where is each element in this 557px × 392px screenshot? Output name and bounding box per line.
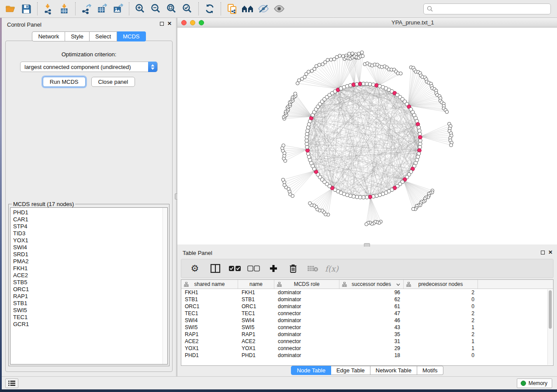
add-column-icon[interactable]: [267, 261, 280, 275]
import-network-icon[interactable]: [41, 1, 56, 16]
mcds-result-node[interactable]: RAP1: [13, 293, 167, 300]
table-row[interactable]: YOX1YOX1connector291: [181, 345, 553, 352]
table-row[interactable]: STB1STB1dominator620: [181, 296, 553, 303]
fx-label: f(x): [325, 264, 339, 273]
column-header-shared-name[interactable]: shared name: [181, 280, 238, 289]
table-scrollbar-thumb[interactable]: [549, 290, 552, 329]
split-columns-icon[interactable]: [209, 261, 222, 275]
save-session-icon[interactable]: [18, 1, 34, 16]
table-row[interactable]: ORC1ORC1dominator610: [181, 303, 553, 310]
minimize-window-icon[interactable]: [190, 20, 195, 25]
task-history-button[interactable]: [5, 378, 18, 388]
memory-button[interactable]: Memory: [517, 378, 552, 388]
mcds-result-node[interactable]: SRD1: [13, 251, 167, 258]
import-table-icon[interactable]: [56, 1, 72, 16]
hide-selected-icon[interactable]: [256, 1, 271, 16]
mcds-result-node[interactable]: YOX1: [13, 237, 167, 244]
clone-network-icon[interactable]: [224, 1, 240, 16]
mcds-result-list[interactable]: PHD1CAR1STP4TID3YOX1SWI4SRD1PMA2FKH1ACE2…: [10, 207, 168, 364]
mcds-result-node[interactable]: ACE2: [13, 272, 167, 279]
zoom-in-icon[interactable]: [132, 1, 148, 16]
tab-style[interactable]: Style: [65, 31, 90, 41]
tab-network-table[interactable]: Network Table: [370, 366, 417, 375]
mcds-result-node[interactable]: FKH1: [13, 265, 167, 272]
table-row[interactable]: SWI5SWI5connector431: [181, 324, 553, 331]
mcds-result-node[interactable]: SWI4: [13, 244, 167, 251]
delete-column-icon[interactable]: [287, 261, 300, 275]
zoom-fit-icon[interactable]: [164, 1, 180, 16]
control-panel: Control Panel ✕ NetworkStyleSelectMCDS O…: [2, 18, 176, 376]
export-table-icon[interactable]: [94, 1, 110, 16]
zoom-selected-icon[interactable]: [180, 1, 195, 16]
mcds-result-node[interactable]: STP4: [13, 223, 167, 230]
tab-select[interactable]: Select: [90, 31, 117, 41]
table-panel: Table Panel ✕ ⚙: [177, 247, 557, 376]
mcds-result-node[interactable]: TID3: [13, 230, 167, 237]
show-all-icon[interactable]: [271, 1, 287, 16]
table-cell: 0: [404, 352, 478, 359]
tab-motifs[interactable]: Motifs: [417, 366, 443, 375]
mcds-result-node[interactable]: GCR1: [13, 321, 167, 328]
mcds-result-node[interactable]: CAR1: [13, 216, 167, 223]
close-panel-icon[interactable]: ✕: [167, 21, 172, 26]
open-session-icon[interactable]: [3, 1, 18, 16]
table-cell: SWI4: [238, 317, 274, 324]
table-cell: TEC1: [181, 310, 238, 317]
zoom-out-icon[interactable]: [148, 1, 164, 16]
table-row[interactable]: PHD1PHD1dominator180: [181, 352, 553, 359]
column-header-predecessor-nodes[interactable]: predecessor nodes: [404, 280, 478, 289]
table-cell: TEC1: [238, 310, 274, 317]
column-header-MCDS-role[interactable]: MCDS role: [274, 280, 339, 289]
tab-edge-table[interactable]: Edge Table: [331, 366, 370, 375]
mcds-result-node[interactable]: TEC1: [13, 314, 167, 321]
select-all-icon[interactable]: [228, 261, 242, 275]
run-mcds-button[interactable]: Run MCDS: [43, 77, 86, 87]
refresh-layout-icon[interactable]: [202, 1, 218, 16]
table-cell: RAP1: [181, 331, 238, 338]
mcds-result-node[interactable]: SWI5: [13, 307, 167, 314]
first-neighbors-icon[interactable]: [240, 1, 256, 16]
mcds-result-node[interactable]: STB1: [13, 300, 167, 307]
table-cell: ORC1: [238, 303, 274, 310]
close-panel-button[interactable]: Close panel: [91, 77, 135, 87]
table-cell: dominator: [274, 352, 339, 359]
table-settings-gear-icon[interactable]: ⚙: [188, 261, 201, 275]
tab-mcds[interactable]: MCDS: [117, 31, 145, 41]
close-table-panel-icon[interactable]: ✕: [548, 250, 553, 254]
table-row[interactable]: SWI4SWI4dominator462: [181, 317, 553, 324]
table-scrollbar[interactable]: [547, 289, 553, 365]
table-row[interactable]: FKH1FKH1dominator962: [181, 289, 553, 296]
search-input[interactable]: [423, 3, 551, 14]
float-panel-icon[interactable]: [160, 22, 164, 26]
network-graph[interactable]: [177, 28, 557, 244]
mcds-list-scrollbar[interactable]: [163, 208, 167, 364]
table-row[interactable]: RAP1RAP1dominator352: [181, 331, 553, 338]
network-window-titlebar: YPA_prune.txt_1: [177, 18, 557, 28]
maximize-window-icon[interactable]: [199, 20, 204, 25]
tab-node-table[interactable]: Node Table: [291, 366, 331, 375]
deselect-all-icon[interactable]: [247, 261, 260, 275]
table-cell: PHD1: [181, 352, 238, 359]
network-canvas[interactable]: [177, 28, 557, 244]
mcds-result-node[interactable]: ORC1: [13, 286, 167, 293]
table-cell: 46: [339, 317, 404, 324]
table-cell: dominator: [274, 296, 339, 303]
column-header-successor-nodes[interactable]: successor nodes: [339, 280, 404, 289]
criterion-dropdown[interactable]: largest connected component (undirected): [20, 62, 158, 72]
export-image-icon[interactable]: [110, 1, 126, 16]
table-cell: 2: [404, 310, 478, 317]
mcds-result-node[interactable]: PMA2: [13, 258, 167, 265]
search-container: [423, 3, 551, 14]
column-header-name[interactable]: name: [238, 280, 274, 289]
export-network-icon[interactable]: [79, 1, 94, 16]
table-row[interactable]: TEC1TEC1connector472: [181, 310, 553, 317]
tab-network[interactable]: Network: [32, 31, 65, 41]
mcds-result-node[interactable]: PHD1: [13, 209, 167, 216]
mcds-result-node[interactable]: STB5: [13, 279, 167, 286]
mcds-tab-content: Optimization criterion: largest connecte…: [5, 41, 173, 372]
node-table-body: FKH1FKH1dominator962STB1STB1dominator620…: [181, 289, 553, 359]
float-table-panel-icon[interactable]: [541, 251, 545, 254]
close-window-icon[interactable]: [181, 20, 187, 25]
table-row[interactable]: ACE2ACE2connector311: [181, 338, 553, 345]
control-panel-header: Control Panel ✕: [2, 18, 176, 31]
